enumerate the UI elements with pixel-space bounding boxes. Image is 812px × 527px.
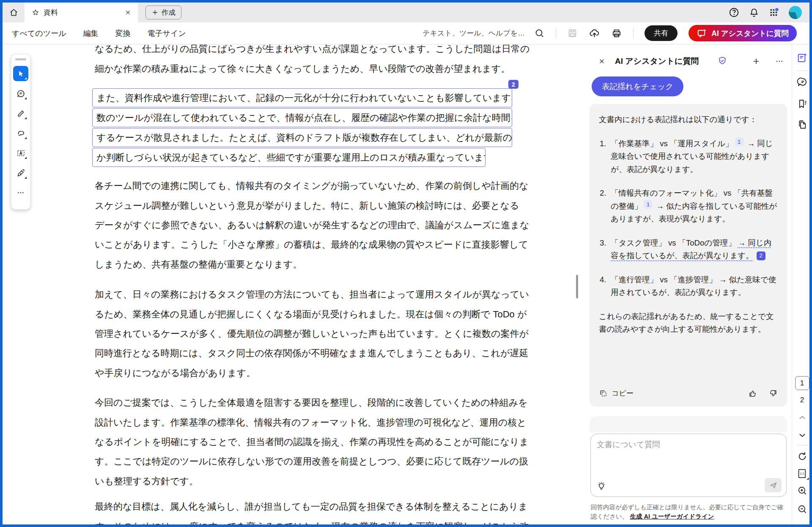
share-button[interactable]: 共有: [645, 25, 678, 41]
tab-document-title: 資料: [44, 8, 119, 17]
menu-all-tools[interactable]: すべてのツール: [12, 28, 66, 38]
menu-esign[interactable]: 電子サイン: [148, 28, 186, 38]
highlighted-line: か判断しづらい状況が起きているなど、些細ですが重要な運用上のロスが積み重なってい…: [92, 148, 486, 167]
guideline-link[interactable]: 生成 AI ユーザーガイドライン: [630, 513, 714, 520]
document-line: 設計いたします。作業基準の標準化、情報共有のフォーマット化、進捗管理の可視化など…: [95, 412, 529, 432]
new-chat-icon[interactable]: [750, 55, 762, 67]
comment-tool-button[interactable]: [13, 86, 28, 101]
tab-create-label: 作成: [162, 8, 176, 17]
ai-assistant-rail-button[interactable]: [796, 52, 808, 64]
submenu-indicator: [25, 97, 27, 99]
menu-convert[interactable]: 変換: [115, 28, 131, 38]
document-paragraph: 各チーム間での連携に関しても、情報共有のタイミングが揃っていないため、作業の前倒…: [95, 176, 529, 274]
document-line: 今回のご提案では、こうした全体最適を阻害する要因を整理し、段階的に改善していくた…: [95, 393, 529, 412]
highlighted-line: また、資料作成や進行管理において、記録の一元化が十分に行われていないことも影響し…: [92, 88, 512, 107]
close-panel-icon[interactable]: [596, 55, 608, 67]
tab-document[interactable]: 資料: [25, 3, 138, 22]
document-line: なるため、仕上がりの品質にばらつきが生まれやすい点が課題となっています。こうした…: [95, 44, 530, 59]
chevron-up-icon[interactable]: [798, 413, 807, 422]
item-number: 4.: [600, 273, 606, 287]
tab-close-icon[interactable]: [123, 8, 133, 18]
citation-badge[interactable]: 1: [735, 137, 743, 146]
highlight-tool-button[interactable]: [13, 106, 28, 121]
highlighted-paragraph[interactable]: また、資料作成や進行管理において、記録の一元化が十分に行われていないことも影響し…: [92, 88, 512, 168]
lasso-tool-button[interactable]: [13, 126, 28, 141]
help-icon[interactable]: [728, 7, 740, 18]
tabbar-right-group: [728, 3, 809, 22]
user-avatar[interactable]: [789, 6, 802, 19]
citation-badge[interactable]: 1: [644, 200, 652, 209]
notifications-icon[interactable]: [749, 7, 760, 18]
send-button[interactable]: [765, 478, 782, 492]
menu-bar: すべてのツール 編集 変換 電子サイン テキスト、ツール、ヘルプを… 共有 AI…: [3, 22, 809, 44]
print-icon[interactable]: [611, 28, 622, 39]
privacy-shield-icon[interactable]: [717, 56, 727, 66]
document-paragraph: 加えて、日々の業務におけるタスク管理の方法についても、担当者によって運用スタイル…: [95, 285, 529, 383]
star-icon[interactable]: [31, 8, 40, 17]
toolbar-divider: [556, 28, 556, 39]
document-line: いことがあります。こうした「小さな摩擦」の蓄積は、最終的な成果物の質やスピードに…: [95, 235, 529, 254]
pages-rail-button[interactable]: [796, 119, 808, 130]
item-terms: 「作業基準」 vs 「運用スタイル」: [611, 139, 733, 148]
assistant-panel-title: AI アシスタントに質問: [615, 56, 699, 67]
search-icon[interactable]: [534, 28, 545, 38]
home-button[interactable]: [3, 3, 25, 22]
app-window: 資料 作成 すべてのツール 編集 変換 電子サイン テキスト、ツール、ヘルプを…: [0, 0, 812, 527]
submenu-indicator: [25, 77, 27, 79]
svg-text:1:1: 1:1: [800, 472, 804, 475]
submenu-indicator: [807, 478, 809, 480]
thumbs-down-icon[interactable]: [768, 389, 778, 398]
panel-options-icon[interactable]: [774, 55, 785, 67]
zoom-out-icon[interactable]: [797, 504, 808, 515]
more-tools-button[interactable]: [13, 185, 28, 200]
copy-button[interactable]: コピー: [599, 387, 634, 400]
search-field[interactable]: テキスト、ツール、ヘルプを…: [422, 28, 545, 38]
menu-edit[interactable]: 編集: [83, 28, 99, 38]
citation-badge-filled[interactable]: 2: [757, 251, 765, 260]
acrobat-app: 資料 作成 すべてのツール 編集 変換 電子サイン テキスト、ツール、ヘルプを…: [3, 3, 809, 524]
item-number: 1.: [600, 137, 606, 150]
sign-tool-button[interactable]: [13, 165, 28, 180]
document-line: や手戻りにつながる場合があります。: [95, 363, 529, 383]
home-icon: [9, 8, 19, 17]
item-number: 3.: [600, 237, 606, 250]
actual-size-icon[interactable]: 1:1: [796, 468, 808, 479]
search-placeholder-text: テキスト、ツール、ヘルプを…: [422, 28, 525, 38]
upload-cloud-icon[interactable]: [589, 27, 600, 39]
next-message-bubble-partial: [590, 416, 787, 432]
chevron-down-icon[interactable]: [798, 431, 807, 440]
document-line: 細かな作業の積み重ねによって徐々に大きくなってしまうため、早い段階での改善が望ま…: [95, 59, 530, 78]
assistant-response-bubble: 文書内における表記揺れは以下の通りです： 1. 「作業基準」 vs 「運用スタイ…: [590, 104, 787, 407]
ai-chat-icon: [697, 28, 707, 38]
tab-create-button[interactable]: 作成: [145, 5, 181, 19]
thumbs-up-icon[interactable]: [748, 389, 757, 398]
apps-grid-icon[interactable]: [768, 7, 780, 18]
highlight-badge-2[interactable]: 2: [508, 80, 518, 89]
document-line: 各チーム間での連携に関しても、情報共有のタイミングが揃っていないため、作業の前倒…: [95, 176, 529, 196]
document-line: す。そのためには、一度にすべてを変えるのではなく、現在の業務の流れを丁寧に観察し…: [95, 516, 529, 524]
assistant-input-box: [590, 434, 787, 497]
document-line: 管理されているケースが多く、優先順位の調整が難しいといった声も出ています。とくに…: [95, 324, 529, 344]
zoom-in-icon[interactable]: [797, 485, 808, 496]
document-line: 同時進行となる時期には、タスク同士の依存関係が不明確なまま進んでしまうこともあり…: [95, 344, 529, 363]
ask-ai-assistant-button[interactable]: AI アシスタントに質問: [689, 25, 797, 41]
document-line: す。ここでは特定のツールに依存しない形での運用改善を前提としつつ、必要に応じて既…: [95, 452, 529, 471]
suggestions-lightbulb-icon[interactable]: [596, 481, 606, 492]
submenu-indicator: [25, 137, 27, 139]
copy-label: コピー: [612, 387, 634, 400]
bookmarks-rail-button[interactable]: [796, 98, 808, 109]
comments-rail-button[interactable]: [796, 76, 808, 88]
select-tool-button[interactable]: [13, 66, 28, 81]
save-icon[interactable]: [567, 28, 578, 38]
toolbar-drag-handle[interactable]: [15, 58, 26, 60]
assistant-question-input[interactable]: [597, 439, 780, 477]
document-line: スケジュール調整が難しいという意見が挙がりました。特に、新しい施策の検討時には、…: [95, 196, 529, 215]
response-intro: 文書内における表記揺れは以下の通りです：: [599, 113, 778, 126]
document-line: しまうため、共有基盤の整備が重要となります。: [95, 255, 529, 274]
document-scrollbar-thumb[interactable]: [576, 275, 578, 298]
select-text-tool-button[interactable]: [13, 145, 28, 161]
rotate-refresh-icon[interactable]: [797, 451, 808, 462]
response-actions: コピー: [599, 387, 778, 400]
current-page-indicator[interactable]: 1: [795, 376, 809, 390]
next-page-number[interactable]: 2: [800, 396, 804, 404]
